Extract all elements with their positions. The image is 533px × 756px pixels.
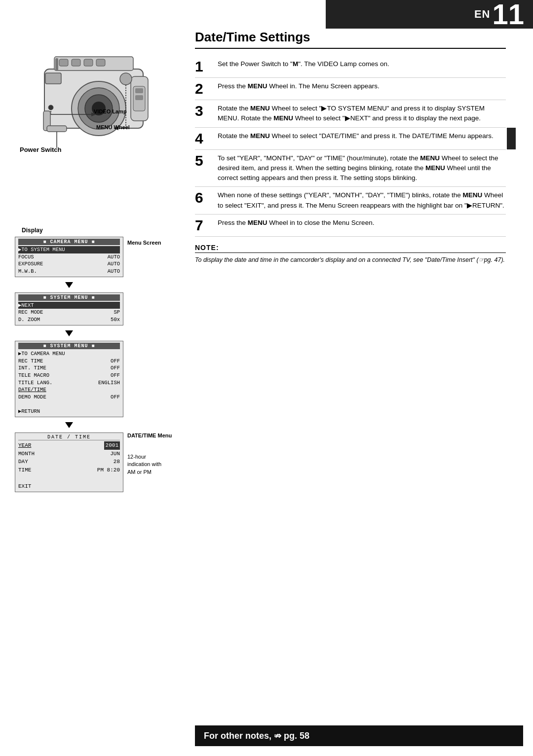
step-1: 1 Set the Power Switch to "M". The VIDEO…: [195, 56, 506, 78]
hour-annotation: 12-hourindication withAM or PM: [127, 453, 161, 476]
menu-row-next: ▶NEXT: [18, 302, 120, 309]
dt-row-day: DAY28: [18, 458, 120, 466]
menu-screen-label: Menu Screen: [127, 237, 161, 246]
menu-row-title-lang: TITLE LANG.ENGLISH: [18, 379, 120, 387]
menu-row-exposure: EXPOSUREAUTO: [18, 260, 120, 268]
right-column: Date/Time Settings 1 Set the Power Switc…: [195, 30, 516, 265]
dt-row-spacer: [18, 474, 120, 482]
header-bar: EN 11: [326, 0, 533, 29]
menu-row-rec-mode: REC MODESP: [18, 309, 120, 316]
dt-row-year: YEAR 2001: [18, 441, 120, 450]
datetime-title: DATE / TIME: [18, 434, 120, 440]
footer-bar: For other notes, ⇏ pg. 58: [195, 725, 523, 746]
datetime-annotations: DATE/TIME Menu 12-hourindication withAM …: [127, 432, 172, 476]
power-switch-label: Power Switch: [20, 146, 62, 153]
camera-illustration: VIDEO Lamp MENU Wheel Power Switch: [15, 30, 173, 227]
step-5: 5 To set "YEAR", "MONTH", "DAY" or "TIME…: [195, 150, 506, 187]
left-column: VIDEO Lamp MENU Wheel Power Switch Displ…: [15, 30, 183, 492]
step-3-number: 3: [195, 104, 214, 118]
step-3-text: Rotate the MENU Wheel to select "▶TO SYS…: [218, 104, 506, 124]
svg-point-14: [120, 73, 132, 85]
video-lamp-label: VIDEO Lamp: [94, 108, 127, 114]
step-1-number: 1: [195, 59, 214, 74]
en-label: EN: [474, 8, 491, 21]
step-7: 7 Press the MENU Wheel in to close the M…: [195, 215, 506, 237]
svg-rect-7: [72, 59, 80, 66]
step-4-number: 4: [195, 131, 214, 146]
menu-row-mwb: M.W.B.AUTO: [18, 268, 120, 275]
menu-row-focus: FOCUSAUTO: [18, 253, 120, 261]
footer-text: For other notes, ⇏ pg. 58: [204, 730, 309, 741]
camera-svg: [15, 30, 163, 197]
menu-row-rec-time: REC TIMEOFF: [18, 358, 120, 365]
step-2-number: 2: [195, 81, 214, 96]
datetime-box: DATE / TIME YEAR 2001 MONTHJUN DAY28 TIM…: [15, 432, 123, 492]
system-menu-title-1: ■ SYSTEM MENU ■: [18, 294, 120, 301]
menu-row-to-system: ▶TO SYSTEM MENU: [18, 246, 120, 253]
menu-row-tele-macro: TELE MACROOFF: [18, 372, 120, 379]
dt-row-time: TIMEPM 8:20: [18, 466, 120, 474]
dt-row-month: MONTHJUN: [18, 450, 120, 458]
step-6: 6 When none of these settings ("YEAR", "…: [195, 187, 506, 215]
system-menu-box-1: ■ SYSTEM MENU ■ ▶NEXT REC MODESP D. ZOOM…: [15, 292, 123, 325]
step-2-text: Press the MENU Wheel in. The Menu Screen…: [218, 81, 506, 91]
step-6-number: 6: [195, 190, 214, 205]
menu-row-spacer: [18, 401, 120, 408]
step-4-text: Rotate the MENU Wheel to select "DATE/TI…: [218, 131, 506, 141]
step-5-number: 5: [195, 153, 214, 168]
svg-rect-18: [135, 88, 143, 93]
svg-rect-6: [59, 59, 68, 66]
step-5-text: To set "YEAR", "MONTH", "DAY" or "TIME" …: [218, 153, 506, 183]
menu-row-dzoom: D. ZOOM50x: [18, 316, 120, 324]
arrow-2: [15, 329, 123, 339]
svg-rect-16: [55, 58, 58, 71]
note-section: NOTE: To display the date and time in th…: [195, 244, 506, 265]
menu-row-datetime: DATE/TIME: [18, 386, 120, 394]
svg-rect-19: [135, 95, 143, 100]
system-menu-box-2: ■ SYSTEM MENU ■ ▶TO CAMERA MENU REC TIME…: [15, 341, 123, 417]
menu-row-return: ▶RETURN: [18, 408, 120, 415]
menu-screen-2-wrapper: ■ SYSTEM MENU ■ ▶NEXT REC MODESP D. ZOOM…: [15, 292, 183, 327]
menu-wheel-label: MENU Wheel: [96, 124, 130, 130]
step-6-text: When none of these settings ("YEAR", "MO…: [218, 190, 506, 211]
arrow-3: [15, 421, 123, 431]
system-menu-title-2: ■ SYSTEM MENU ■: [18, 343, 120, 349]
menu-row-int-time: INT. TIMEOFF: [18, 364, 120, 372]
step-7-number: 7: [195, 218, 214, 233]
menu-screen-3-wrapper: ■ SYSTEM MENU ■ ▶TO CAMERA MENU REC TIME…: [15, 341, 183, 419]
step-2: 2 Press the MENU Wheel in. The Menu Scre…: [195, 78, 506, 100]
step-7-text: Press the MENU Wheel in to close the Men…: [218, 218, 506, 228]
menu-screen-1-wrapper: ■ CAMERA MENU ■ ▶TO SYSTEM MENU FOCUSAUT…: [15, 237, 183, 279]
datetime-menu-label: DATE/TIME Menu: [127, 432, 172, 438]
page-title: Date/Time Settings: [195, 30, 506, 49]
datetime-menu-wrapper: DATE / TIME YEAR 2001 MONTHJUN DAY28 TIM…: [15, 432, 183, 492]
menu-row-demo-mode: DEMO MODEOFF: [18, 394, 120, 401]
steps-list: 1 Set the Power Switch to "M". The VIDEO…: [195, 56, 506, 237]
page-number: 11: [492, 0, 524, 29]
menu-row-to-camera: ▶TO CAMERA MENU: [18, 350, 120, 358]
camera-menu-title: ■ CAMERA MENU ■: [18, 239, 120, 245]
note-text: To display the date and time in the camc…: [195, 255, 506, 265]
display-label: Display: [22, 227, 183, 234]
svg-rect-15: [47, 126, 67, 132]
camera-menu-box: ■ CAMERA MENU ■ ▶TO SYSTEM MENU FOCUSAUT…: [15, 237, 123, 277]
svg-rect-8: [84, 59, 93, 66]
svg-rect-9: [96, 59, 105, 66]
svg-rect-10: [45, 73, 61, 84]
arrow-1: [15, 281, 123, 291]
step-4: 4 Rotate the MENU Wheel to select "DATE/…: [195, 128, 506, 150]
note-title: NOTE:: [195, 244, 506, 253]
step-1-text: Set the Power Switch to "M". The VIDEO L…: [218, 59, 506, 69]
step-3: 3 Rotate the MENU Wheel to select "▶TO S…: [195, 100, 506, 128]
dt-row-exit: EXIT: [18, 482, 120, 491]
